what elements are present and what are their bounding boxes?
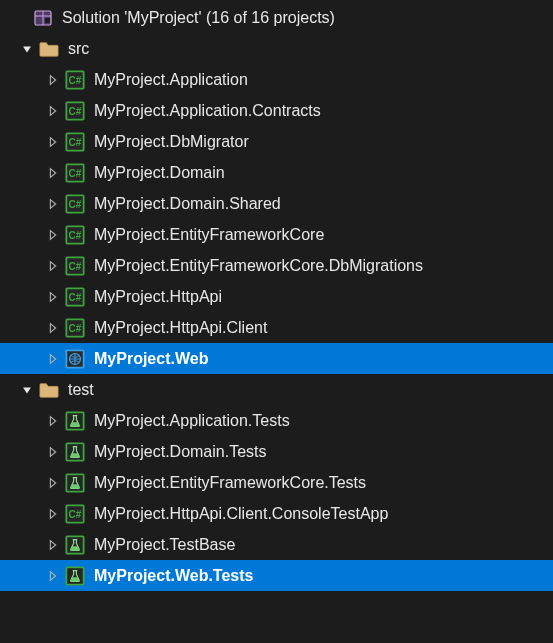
project-node[interactable]: MyProject.Domain.Tests <box>0 436 553 467</box>
solution-icon <box>32 7 54 29</box>
csharp-project-icon <box>64 131 86 153</box>
expander-project[interactable] <box>44 443 62 461</box>
project-label: MyProject.TestBase <box>94 534 235 556</box>
expander-project[interactable] <box>44 536 62 554</box>
project-node[interactable]: MyProject.EntityFrameworkCore <box>0 219 553 250</box>
test-project-icon <box>64 472 86 494</box>
project-label: MyProject.HttpApi.Client <box>94 317 267 339</box>
project-label: MyProject.Application.Tests <box>94 410 290 432</box>
folder-node[interactable]: src <box>0 33 553 64</box>
csharp-project-icon <box>64 286 86 308</box>
project-label: MyProject.Application.Contracts <box>94 100 321 122</box>
solution-explorer-tree[interactable]: Solution 'MyProject' (16 of 16 projects)… <box>0 0 553 591</box>
project-node[interactable]: MyProject.Application.Contracts <box>0 95 553 126</box>
csharp-project-icon <box>64 503 86 525</box>
project-label: MyProject.Web.Tests <box>94 565 253 587</box>
expander-project[interactable] <box>44 412 62 430</box>
project-label: MyProject.Domain <box>94 162 225 184</box>
project-label: MyProject.Application <box>94 69 248 91</box>
expander-project[interactable] <box>44 102 62 120</box>
project-node[interactable]: MyProject.DbMigrator <box>0 126 553 157</box>
csharp-project-icon <box>64 162 86 184</box>
project-node[interactable]: MyProject.Domain <box>0 157 553 188</box>
project-label: MyProject.DbMigrator <box>94 131 249 153</box>
project-node[interactable]: MyProject.HttpApi.Client.ConsoleTestApp <box>0 498 553 529</box>
expander-folder[interactable] <box>18 40 36 58</box>
expander-project[interactable] <box>44 164 62 182</box>
expander-project[interactable] <box>44 505 62 523</box>
expander-project[interactable] <box>44 319 62 337</box>
expander-project[interactable] <box>44 195 62 213</box>
expander-project[interactable] <box>44 474 62 492</box>
project-label: MyProject.HttpApi <box>94 286 222 308</box>
csharp-project-icon <box>64 69 86 91</box>
project-label: MyProject.EntityFrameworkCore <box>94 224 324 246</box>
test-project-icon <box>64 534 86 556</box>
folder-node[interactable]: test <box>0 374 553 405</box>
folder-label: test <box>68 379 94 401</box>
folder-icon <box>38 38 60 60</box>
project-label: MyProject.Domain.Tests <box>94 441 267 463</box>
folder-label: src <box>68 38 89 60</box>
project-node[interactable]: MyProject.EntityFrameworkCore.DbMigratio… <box>0 250 553 281</box>
project-node[interactable]: MyProject.TestBase <box>0 529 553 560</box>
project-label: MyProject.HttpApi.Client.ConsoleTestApp <box>94 503 388 525</box>
project-label: MyProject.Web <box>94 348 208 370</box>
expander-none <box>12 9 30 27</box>
project-label: MyProject.EntityFrameworkCore.DbMigratio… <box>94 255 423 277</box>
expander-project[interactable] <box>44 133 62 151</box>
folder-icon <box>38 379 60 401</box>
project-node[interactable]: MyProject.EntityFrameworkCore.Tests <box>0 467 553 498</box>
project-node[interactable]: MyProject.Web.Tests <box>0 560 553 591</box>
csharp-project-icon <box>64 224 86 246</box>
solution-node[interactable]: Solution 'MyProject' (16 of 16 projects) <box>0 2 553 33</box>
solution-label: Solution 'MyProject' (16 of 16 projects) <box>62 7 335 29</box>
expander-project[interactable] <box>44 226 62 244</box>
project-node[interactable]: MyProject.Web <box>0 343 553 374</box>
expander-project[interactable] <box>44 257 62 275</box>
expander-project[interactable] <box>44 350 62 368</box>
expander-project[interactable] <box>44 71 62 89</box>
expander-project[interactable] <box>44 567 62 585</box>
project-label: MyProject.EntityFrameworkCore.Tests <box>94 472 366 494</box>
csharp-project-icon <box>64 193 86 215</box>
project-node[interactable]: MyProject.Application.Tests <box>0 405 553 436</box>
test-project-icon <box>64 565 86 587</box>
project-node[interactable]: MyProject.HttpApi <box>0 281 553 312</box>
csharp-project-icon <box>64 317 86 339</box>
csharp-project-icon <box>64 100 86 122</box>
project-label: MyProject.Domain.Shared <box>94 193 281 215</box>
web-project-icon <box>64 348 86 370</box>
project-node[interactable]: MyProject.Application <box>0 64 553 95</box>
expander-folder[interactable] <box>18 381 36 399</box>
test-project-icon <box>64 441 86 463</box>
project-node[interactable]: MyProject.Domain.Shared <box>0 188 553 219</box>
csharp-project-icon <box>64 255 86 277</box>
expander-project[interactable] <box>44 288 62 306</box>
project-node[interactable]: MyProject.HttpApi.Client <box>0 312 553 343</box>
test-project-icon <box>64 410 86 432</box>
